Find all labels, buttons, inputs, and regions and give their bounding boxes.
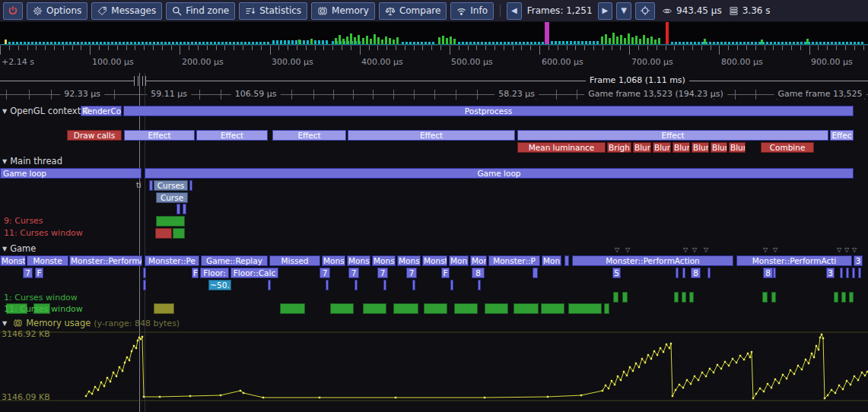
zone-bar[interactable]: 7 <box>23 268 33 278</box>
collapsed-zones-icon[interactable]: ▽ <box>692 247 697 253</box>
collapsed-zones-icon[interactable]: ▽ <box>852 247 857 253</box>
memory-section-header[interactable]: ▼ Memory usage (y-range: 848 bytes) <box>2 318 180 328</box>
zone-bar[interactable] <box>143 268 146 278</box>
zone-bar[interactable] <box>773 268 776 278</box>
zone-bar[interactable]: Blur <box>729 142 746 153</box>
zone-bar[interactable]: 7 <box>348 268 359 278</box>
zone-bar[interactable]: Monster::PerformA <box>69 255 142 266</box>
zone-bar[interactable]: Monste <box>422 255 447 266</box>
zone-bar[interactable] <box>568 303 602 314</box>
thread-label[interactable]: 9: Curses <box>4 216 43 226</box>
zone-bar[interactable] <box>622 292 628 303</box>
collapsed-zones-icon[interactable]: ▽ <box>615 247 619 253</box>
zone-bar[interactable]: Floor: <box>200 268 229 278</box>
zone-bar[interactable] <box>330 303 354 314</box>
zone-bar[interactable] <box>424 303 447 314</box>
zone-bar[interactable] <box>840 268 843 278</box>
zone-bar[interactable] <box>450 280 453 290</box>
collapsed-zones-icon[interactable]: ▽ <box>683 247 688 253</box>
collapsed-zones-icon[interactable]: ▽ <box>625 247 630 253</box>
zone-bar[interactable]: Combine <box>761 142 814 153</box>
thread-label[interactable]: 11: Curses window <box>4 304 83 314</box>
zone-bar[interactable]: Effect <box>124 130 195 141</box>
zone-bar[interactable]: Monst <box>372 255 396 266</box>
zone-bar[interactable]: Effect <box>517 130 828 141</box>
zone-bar[interactable]: Monster::P <box>488 255 540 266</box>
zone-bar[interactable]: Mons <box>470 255 487 266</box>
zone-bar[interactable]: Brigh <box>607 142 631 153</box>
collapsed-zones-icon[interactable]: ▽ <box>704 247 708 253</box>
zone-bar[interactable] <box>155 228 172 239</box>
zone-bar[interactable]: Curses <box>154 180 188 191</box>
zone-bar[interactable] <box>454 303 478 314</box>
zone-bar[interactable]: Effect <box>196 130 268 141</box>
zone-bar[interactable]: F <box>35 268 43 278</box>
zone-bar[interactable]: Effect <box>348 130 515 141</box>
zone-bar[interactable]: Blur <box>633 142 651 153</box>
zone-bar[interactable] <box>183 204 186 214</box>
zone-bar[interactable]: 7 <box>406 268 417 278</box>
zone-bar[interactable] <box>189 180 192 191</box>
zone-bar[interactable]: 7 <box>320 268 330 278</box>
zone-bar[interactable] <box>676 268 679 278</box>
zone-bar[interactable] <box>771 292 776 303</box>
zone-bar[interactable] <box>485 303 508 314</box>
zone-bar[interactable] <box>849 292 854 303</box>
zone-bar[interactable]: Floor::Calc <box>231 268 278 278</box>
zone-bar[interactable] <box>707 268 711 278</box>
zone-bar[interactable] <box>143 280 146 290</box>
zone-bar[interactable]: F <box>192 268 199 278</box>
collapsed-zones-icon[interactable]: ▽ <box>844 247 849 253</box>
zone-bar[interactable]: Monster::PerformActi <box>736 255 852 266</box>
zone-bar[interactable]: ~50. <box>208 280 231 290</box>
zone-bar[interactable] <box>280 303 305 314</box>
zone-bar[interactable]: 8 <box>691 268 701 278</box>
zone-bar[interactable]: 8 <box>763 268 773 278</box>
zone-bar[interactable] <box>762 292 768 303</box>
zone-bar[interactable]: Missed <box>269 255 320 266</box>
zone-bar[interactable]: Effect <box>272 130 346 141</box>
zone-bar[interactable]: Game::Replay <box>201 255 268 266</box>
section-header[interactable]: ▼Game <box>2 243 36 254</box>
zone-bar[interactable]: 3 <box>854 255 863 266</box>
zone-bar[interactable] <box>355 280 358 290</box>
zone-bar[interactable] <box>564 255 569 266</box>
zone-bar[interactable] <box>268 280 271 290</box>
memory-plot[interactable] <box>0 328 868 412</box>
collapsed-zones-icon[interactable]: ▽ <box>763 247 768 253</box>
zone-bar[interactable] <box>154 303 174 314</box>
zone-bar[interactable]: Monster::Pe <box>145 255 199 266</box>
zone-bar[interactable]: Monst <box>397 255 421 266</box>
zone-bar[interactable]: Effec <box>830 130 854 141</box>
zone-bar[interactable] <box>326 280 329 290</box>
zone-bar[interactable] <box>363 303 386 314</box>
zone-bar[interactable] <box>682 268 685 278</box>
zone-bar[interactable] <box>513 303 539 314</box>
zone-bar[interactable]: Blur <box>711 142 727 153</box>
zone-bar[interactable]: Mean luminance <box>517 142 606 153</box>
zone-bar[interactable]: 5 <box>612 268 621 278</box>
zone-bar[interactable]: Monster::PerformAction <box>572 255 733 266</box>
zone-bar[interactable] <box>156 216 185 227</box>
zone-bar[interactable] <box>846 268 849 278</box>
zone-bar[interactable]: Monste <box>27 255 68 266</box>
zone-bar[interactable]: Game loop <box>0 168 141 179</box>
zone-bar[interactable] <box>674 292 679 303</box>
zone-bar[interactable] <box>478 280 481 290</box>
zone-bar[interactable] <box>383 280 386 290</box>
zone-bar[interactable] <box>858 268 861 278</box>
section-header[interactable]: ▼OpenGL context 0 <box>2 106 89 116</box>
zone-bar[interactable]: F <box>441 268 450 278</box>
zone-bar[interactable] <box>852 268 855 278</box>
zone-bar[interactable]: 8 <box>472 268 485 278</box>
zone-bar[interactable]: Monst <box>322 255 345 266</box>
zone-bar[interactable] <box>604 303 609 314</box>
zone-bar[interactable]: 3 <box>826 268 835 278</box>
zone-bar[interactable] <box>613 292 618 303</box>
zone-bar[interactable] <box>841 292 846 303</box>
zone-bar[interactable] <box>149 180 153 191</box>
zone-bar[interactable]: Monst <box>347 255 370 266</box>
collapsed-zones-icon[interactable]: ▽ <box>773 247 777 253</box>
zone-bar[interactable]: Postprocess <box>123 106 854 116</box>
collapsed-zones-icon[interactable]: ▽ <box>837 247 841 253</box>
